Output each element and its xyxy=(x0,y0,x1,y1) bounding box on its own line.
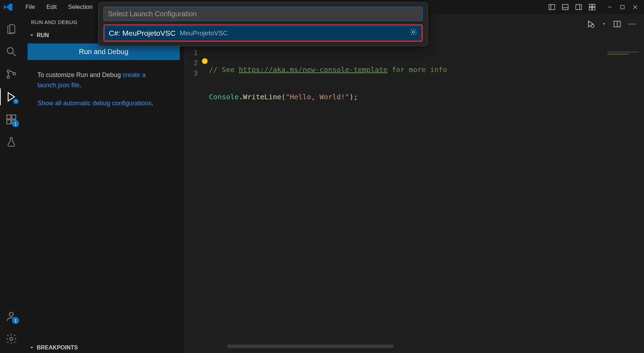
svg-point-29 xyxy=(629,23,630,24)
svg-point-14 xyxy=(7,48,13,54)
vscode-logo-icon xyxy=(4,2,13,12)
title-bar-right xyxy=(547,2,640,12)
launch-config-quickpick: Select Launch Configuration C#: MeuProje… xyxy=(98,2,428,46)
run-section-body: To customize Run and Debug create a laun… xyxy=(23,66,185,122)
svg-rect-21 xyxy=(7,120,11,124)
svg-rect-23 xyxy=(12,115,16,119)
gear-icon[interactable] xyxy=(410,28,417,38)
lightbulb-icon[interactable] xyxy=(202,58,208,64)
svg-rect-6 xyxy=(589,4,592,7)
activity-testing-icon[interactable] xyxy=(0,131,23,153)
menu-file[interactable]: File xyxy=(20,4,41,11)
svg-rect-20 xyxy=(7,115,11,119)
debug-launch-icon[interactable] xyxy=(586,19,595,30)
svg-rect-7 xyxy=(592,4,595,7)
layout-customize-icon[interactable] xyxy=(587,2,597,12)
svg-point-30 xyxy=(631,23,632,24)
layout-panel-left-icon[interactable] xyxy=(547,2,557,12)
svg-point-31 xyxy=(634,23,635,24)
code-editor[interactable]: 123 // See https://aka.ms/new-console-te… xyxy=(185,46,644,353)
svg-point-16 xyxy=(7,70,10,72)
extensions-badge: 1 xyxy=(12,120,19,127)
svg-rect-4 xyxy=(576,5,582,10)
activity-run-debug-icon[interactable] xyxy=(0,86,23,108)
quickpick-input[interactable]: Select Launch Configuration xyxy=(103,7,423,21)
activity-account-icon[interactable]: 1 xyxy=(0,305,23,328)
split-editor-icon[interactable] xyxy=(613,20,621,30)
editor-area: MeuProjetoVSC › Program.cs 123 // See ht… xyxy=(185,14,644,353)
quickpick-item-description: MeuProjetoVSC xyxy=(180,29,228,37)
activity-bar: 1 1 xyxy=(0,14,23,353)
debug-config-chevron-icon[interactable] xyxy=(602,22,607,28)
activity-explorer-icon[interactable] xyxy=(0,18,23,40)
layout-panel-right-icon[interactable] xyxy=(573,2,584,12)
more-actions-icon[interactable] xyxy=(628,20,636,30)
quickpick-item-csharp[interactable]: C#: MeuProjetoVSC MeuProjetoVSC xyxy=(103,24,423,42)
run-debug-sidebar: RUN AND DEBUG RUN Run and Debug To custo… xyxy=(23,14,185,353)
svg-rect-2 xyxy=(562,5,568,10)
customize-text: To customize Run and Debug create a laun… xyxy=(37,70,176,90)
menu-selection[interactable]: Selection xyxy=(62,4,99,11)
layout-panel-bottom-icon[interactable] xyxy=(560,2,571,12)
svg-rect-11 xyxy=(621,5,624,9)
svg-point-25 xyxy=(10,337,13,341)
horizontal-scrollbar[interactable] xyxy=(227,345,393,348)
svg-line-15 xyxy=(13,53,16,56)
show-auto-configs-link[interactable]: Show all automatic debug configurations xyxy=(37,100,151,107)
activity-search-icon[interactable] xyxy=(0,40,23,63)
window-close-button[interactable] xyxy=(630,2,640,12)
svg-point-32 xyxy=(412,31,415,33)
minimap[interactable] xyxy=(607,52,643,62)
svg-rect-8 xyxy=(589,7,592,10)
activity-settings-icon[interactable] xyxy=(0,328,23,350)
quickpick-placeholder: Select Launch Configuration xyxy=(108,10,197,18)
svg-point-17 xyxy=(7,76,10,78)
activity-extensions-icon[interactable]: 1 xyxy=(0,108,23,131)
account-badge: 1 xyxy=(12,317,19,324)
svg-rect-9 xyxy=(592,7,595,10)
line-gutter: 123 xyxy=(185,46,203,353)
code-lines[interactable]: // See https://aka.ms/new-console-templa… xyxy=(203,46,644,353)
window-maximize-button[interactable] xyxy=(617,2,628,12)
menu-edit[interactable]: Edit xyxy=(41,4,62,11)
svg-point-26 xyxy=(591,24,594,28)
quickpick-item-label: C#: MeuProjetoVSC xyxy=(109,29,175,37)
svg-rect-0 xyxy=(549,5,555,10)
breakpoints-section-header[interactable]: BREAKPOINTS xyxy=(23,342,185,353)
window-minimize-button[interactable] xyxy=(604,2,615,12)
svg-point-24 xyxy=(9,312,13,316)
activity-source-control-icon[interactable] xyxy=(0,63,23,86)
